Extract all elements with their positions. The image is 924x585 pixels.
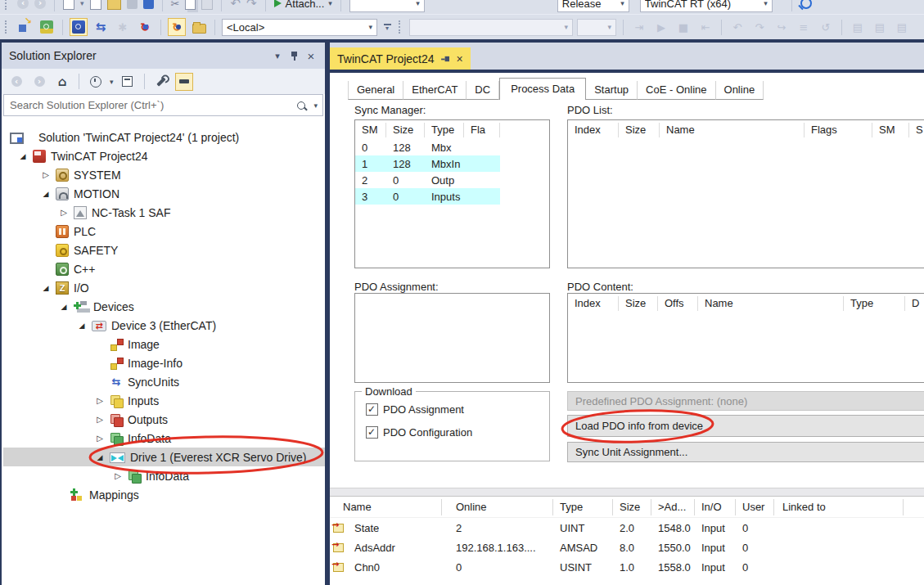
document-tab-twincat-project[interactable]: TwinCAT Project24 ×: [330, 47, 471, 70]
plc-start-button[interactable]: [652, 18, 670, 36]
grid-row-adsaddr[interactable]: AdsAddr 192.168.1.163.... AMSAD 8.0 1550…: [330, 538, 924, 557]
plc-logout-button[interactable]: [696, 18, 714, 36]
tree-item-system[interactable]: SYSTEM: [3, 165, 325, 184]
column-header[interactable]: Name: [698, 296, 844, 311]
expand-arrow[interactable]: [36, 189, 56, 198]
save-all-button[interactable]: [143, 0, 154, 9]
tree-item-project[interactable]: TwinCAT Project24: [3, 146, 325, 165]
window-position-icon[interactable]: [271, 51, 284, 61]
search-icon[interactable]: [297, 101, 305, 110]
column-header[interactable]: In/O: [695, 499, 736, 515]
search-options-dropdown[interactable]: [313, 101, 318, 110]
collapse-all-button[interactable]: [119, 73, 137, 91]
column-header[interactable]: User: [736, 499, 774, 515]
tree-item-infodata[interactable]: InfoData: [3, 429, 325, 448]
back-button[interactable]: ‹: [7, 73, 25, 91]
auto-config-wand-button[interactable]: [114, 18, 132, 36]
column-header[interactable]: Fla: [464, 123, 500, 137]
clean-button[interactable]: [893, 18, 911, 36]
redo-button[interactable]: [246, 0, 257, 11]
tree-item-motion[interactable]: MOTION: [3, 184, 325, 203]
navigate-back-button[interactable]: ‹: [17, 0, 29, 9]
plc-login-button[interactable]: [630, 18, 648, 36]
new-file-button[interactable]: [63, 0, 74, 10]
expand-arrow[interactable]: [36, 170, 56, 179]
home-button[interactable]: [53, 73, 71, 91]
tree-item-image[interactable]: Image: [3, 335, 325, 353]
expand-arrow[interactable]: [54, 208, 74, 217]
solution-configurations-combo[interactable]: Release: [557, 0, 629, 12]
refresh-button[interactable]: [92, 18, 110, 36]
close-icon[interactable]: ×: [457, 53, 463, 65]
scan-devices-button[interactable]: [190, 18, 208, 36]
attach-dropdown[interactable]: [328, 0, 332, 7]
new-file-dropdown[interactable]: [80, 0, 84, 7]
tree-item-cpp[interactable]: C++: [3, 259, 325, 278]
sync-unit-assignment-button[interactable]: Sync Unit Assignment...: [567, 442, 924, 462]
expand-arrow[interactable]: [108, 471, 128, 480]
column-header[interactable]: Index: [568, 296, 619, 311]
tree-item-devices[interactable]: Devices: [3, 297, 325, 316]
navigate-forward-button[interactable]: ›: [34, 0, 46, 9]
column-header[interactable]: Online: [442, 499, 553, 515]
column-header[interactable]: Name: [660, 123, 805, 137]
expand-arrow[interactable]: [90, 452, 110, 461]
column-header[interactable]: Flags: [805, 123, 872, 137]
tree-item-outputs[interactable]: Outputs: [3, 410, 325, 429]
open-folder-button[interactable]: [107, 0, 121, 10]
expand-arrow[interactable]: [36, 283, 56, 292]
column-header[interactable]: Name: [330, 499, 442, 515]
load-pdo-info-button[interactable]: Load PDO info from device: [567, 415, 924, 437]
column-header[interactable]: S: [909, 123, 924, 137]
checkbox-pdo-configuration[interactable]: [366, 426, 378, 439]
column-header[interactable]: Size: [619, 123, 660, 137]
column-header[interactable]: Type: [844, 296, 905, 311]
reload-devices-button[interactable]: [168, 18, 186, 36]
rebuild-button[interactable]: [871, 18, 889, 36]
column-header[interactable]: Offs: [658, 296, 698, 311]
link-to-runtime-button[interactable]: [16, 18, 34, 36]
expand-arrow[interactable]: [54, 302, 74, 311]
show-next-statement-button[interactable]: [795, 18, 813, 36]
pdo-assignment-list[interactable]: [354, 293, 550, 383]
grid-row-state[interactable]: State 2 UINT 2.0 1548.0 Input 0: [330, 518, 924, 538]
splitter[interactable]: [330, 488, 924, 497]
table-row[interactable]: 1 128 MbxIn: [355, 155, 500, 172]
tab-general[interactable]: General: [348, 81, 403, 100]
copy-button[interactable]: [185, 0, 196, 10]
tree-item-solution[interactable]: Solution 'TwinCAT Project24' (1 project): [3, 128, 325, 146]
tab-process-data[interactable]: Process Data: [499, 78, 586, 100]
column-header[interactable]: Index: [568, 123, 619, 137]
step-over-button[interactable]: [750, 18, 768, 36]
target-system-combo[interactable]: <Local>: [222, 19, 377, 36]
expand-arrow[interactable]: [13, 151, 33, 160]
filter-dropdown[interactable]: [110, 78, 114, 86]
cut-button[interactable]: [171, 0, 180, 10]
column-header[interactable]: SM: [872, 123, 909, 137]
expand-arrow[interactable]: [90, 415, 110, 424]
expand-arrow[interactable]: [90, 434, 110, 443]
close-icon[interactable]: ×: [304, 49, 318, 63]
tab-ethercat[interactable]: EtherCAT: [403, 81, 467, 100]
column-header[interactable]: Size: [613, 499, 651, 515]
expand-arrow[interactable]: [72, 321, 92, 330]
table-row[interactable]: 2 0 Outp: [355, 172, 500, 188]
tree-item-io[interactable]: I/O: [3, 278, 325, 297]
solution-explorer-header[interactable]: Solution Explorer ×: [2, 43, 325, 69]
expand-arrow[interactable]: [90, 396, 110, 405]
undo-button[interactable]: [230, 0, 241, 11]
restart-twincat-button[interactable]: [136, 18, 154, 36]
column-header[interactable]: SM: [355, 123, 386, 137]
tree-item-image-info[interactable]: Image-Info: [3, 353, 325, 372]
attach-button[interactable]: Attach...: [274, 0, 332, 10]
toolbar-grip[interactable]: [5, 20, 10, 34]
grid-row-chn0[interactable]: Chn0 0 USINT 1.0 1558.0 Input 0: [330, 557, 924, 577]
config-mode-button[interactable]: [38, 18, 56, 36]
tree-item-device3-ethercat[interactable]: Device 3 (EtherCAT): [3, 316, 325, 335]
pin-icon[interactable]: [291, 51, 298, 61]
tree-item-safety[interactable]: SAFETY: [3, 241, 325, 259]
tree-item-syncunits[interactable]: SyncUnits: [3, 372, 325, 391]
tab-startup[interactable]: Startup: [586, 81, 638, 100]
toolbar-grip[interactable]: [399, 20, 403, 34]
properties-button[interactable]: [152, 73, 170, 91]
